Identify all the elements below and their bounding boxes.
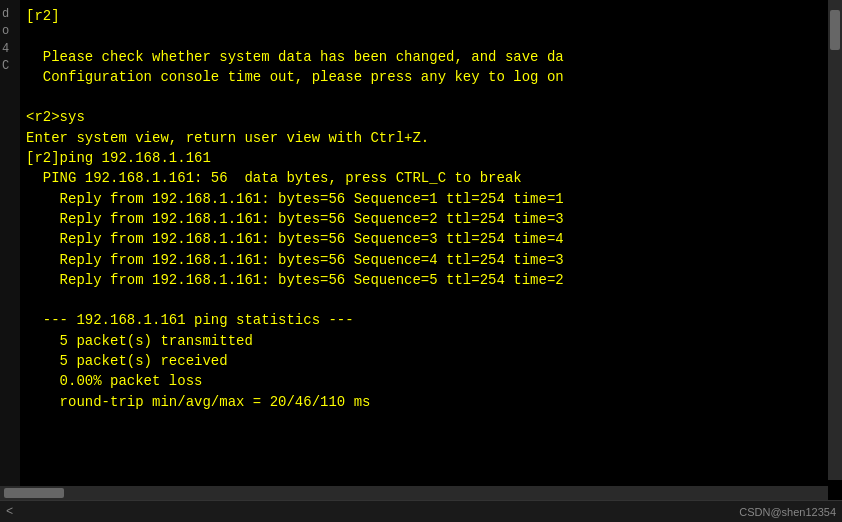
terminal-line-14: Reply from 192.168.1.161: bytes=56 Seque…: [26, 270, 820, 290]
terminal-line-13: Reply from 192.168.1.161: bytes=56 Seque…: [26, 250, 820, 270]
terminal-line-2: [26, 26, 820, 46]
terminal-line-3: Please check whether system data has bee…: [26, 47, 820, 67]
terminal-body[interactable]: d o 4 C [r2] Please check whether system…: [0, 0, 842, 500]
terminal-line-16: --- 192.168.1.161 ping statistics ---: [26, 310, 820, 330]
bottom-bar-scroll-left[interactable]: <: [6, 505, 13, 519]
vertical-scrollbar[interactable]: [828, 0, 842, 480]
terminal-line-8: [r2]ping 192.168.1.161: [26, 148, 820, 168]
terminal-line-5: [26, 87, 820, 107]
terminal-line-15: [26, 290, 820, 310]
terminal-line-4: Configuration console time out, please p…: [26, 67, 820, 87]
terminal-line-17: 5 packet(s) transmitted: [26, 331, 820, 351]
terminal-line-10: Reply from 192.168.1.161: bytes=56 Seque…: [26, 189, 820, 209]
terminal-line-9: PING 192.168.1.161: 56 data bytes, press…: [26, 168, 820, 188]
terminal-line-6: <r2>sys: [26, 107, 820, 127]
left-margin: d o 4 C: [0, 0, 20, 500]
terminal-line-11: Reply from 192.168.1.161: bytes=56 Seque…: [26, 209, 820, 229]
terminal-line-20: round-trip min/avg/max = 20/46/110 ms: [26, 392, 820, 412]
horizontal-scrollbar[interactable]: [0, 486, 828, 500]
scrollbar-thumb[interactable]: [830, 10, 840, 50]
terminal-line-7: Enter system view, return user view with…: [26, 128, 820, 148]
margin-char-4: 4: [0, 41, 20, 58]
terminal-line-12: Reply from 192.168.1.161: bytes=56 Seque…: [26, 229, 820, 249]
scrollbar-h-thumb[interactable]: [4, 488, 64, 498]
margin-char-d: d: [0, 6, 20, 23]
margin-char-o: o: [0, 23, 20, 40]
terminal-line-19: 0.00% packet loss: [26, 371, 820, 391]
terminal-line-18: 5 packet(s) received: [26, 351, 820, 371]
terminal-content: [r2] Please check whether system data ha…: [26, 6, 820, 412]
bottom-bar-watermark: CSDN@shen12354: [739, 506, 836, 518]
margin-char-c: C: [0, 58, 20, 75]
bottom-bar: < CSDN@shen12354: [0, 500, 842, 522]
terminal-wrapper: d o 4 C [r2] Please check whether system…: [0, 0, 842, 522]
terminal-line-1: [r2]: [26, 6, 820, 26]
